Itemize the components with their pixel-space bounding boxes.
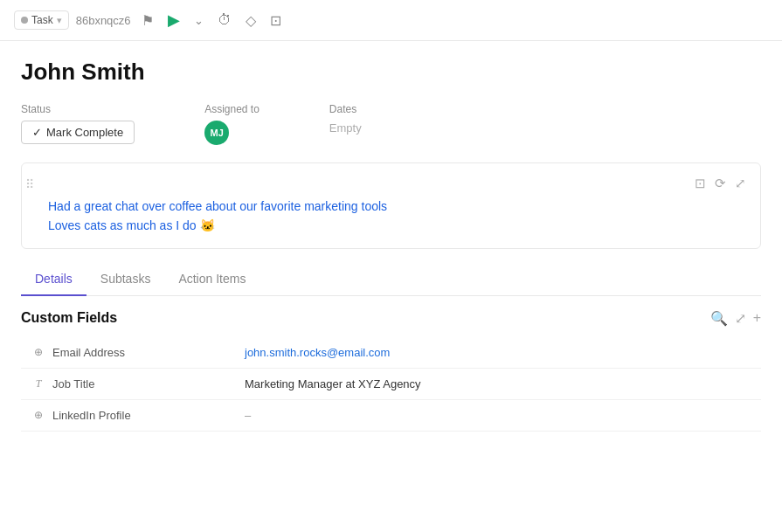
job-title-field-icon: T [31, 377, 45, 390]
note-area: ⊡ ⟳ ⤢ ⠿ Had a great chat over coffee abo… [21, 162, 761, 249]
tab-details[interactable]: Details [21, 263, 87, 296]
note-content: Had a great chat over coffee about our f… [36, 197, 746, 236]
assigned-to-label: Assigned to [204, 103, 260, 115]
status-label: Status [21, 103, 135, 115]
search-icon[interactable]: 🔍 [710, 310, 728, 327]
section-header: Custom Fields 🔍 ⤢ + [21, 310, 761, 327]
dates-value: Empty [329, 121, 362, 135]
mark-complete-label: Mark Complete [46, 126, 123, 139]
expand-fields-icon[interactable]: ⤢ [735, 310, 746, 327]
avatar-initials: MJ [211, 128, 224, 138]
field-name-cell: T Job Title [31, 377, 224, 390]
email-field-name: Email Address [52, 346, 125, 359]
add-field-icon[interactable]: + [753, 310, 761, 327]
table-row: ⊕ Email Address john.smith.rocks@email.c… [21, 337, 761, 369]
expand-icon[interactable]: ⤢ [735, 176, 746, 191]
chevron-down-icon: ▾ [57, 15, 62, 26]
status-field: Status ✓ Mark Complete [21, 103, 135, 145]
note-line1: Had a great chat over coffee about our f… [48, 199, 387, 213]
play-icon: ▶ [168, 10, 180, 30]
print-icon[interactable]: ⊡ [695, 176, 706, 191]
tab-action-items[interactable]: Action Items [164, 263, 260, 296]
image-button[interactable]: ⊡ [266, 10, 285, 31]
custom-fields-title: Custom Fields [21, 310, 117, 326]
history-icon[interactable]: ⟳ [715, 176, 726, 191]
linkedin-field-value: – [245, 409, 251, 422]
field-name-cell: ⊕ Email Address [31, 346, 224, 359]
flag-icon: ⚑ [142, 12, 154, 29]
timer-icon: ⏱ [218, 12, 232, 28]
assigned-to-field: Assigned to MJ [204, 103, 260, 145]
dates-field: Dates Empty [329, 103, 362, 145]
dates-label: Dates [329, 103, 362, 115]
page-title: John Smith [21, 59, 761, 86]
tag-icon: ◇ [246, 12, 256, 29]
play-button[interactable]: ▶ [164, 9, 183, 31]
note-toolbar: ⊡ ⟳ ⤢ [36, 176, 746, 191]
task-type-label: Task [31, 14, 53, 26]
section-actions: 🔍 ⤢ + [710, 310, 761, 327]
table-row: ⊕ LinkedIn Profile – [21, 399, 761, 431]
note-line2-prefix: Loves cats as much as I do [48, 218, 197, 232]
note-cat-emoji: 🐱 [200, 218, 215, 232]
timer-button[interactable]: ⏱ [214, 10, 235, 30]
checkmark-icon: ✓ [32, 126, 42, 139]
job-title-field-name: Job Title [52, 377, 94, 390]
fields-table: ⊕ Email Address john.smith.rocks@email.c… [21, 337, 761, 432]
avatar[interactable]: MJ [204, 121, 229, 145]
field-name-cell: ⊕ LinkedIn Profile [31, 409, 224, 422]
task-type-badge[interactable]: Task ▾ [14, 10, 69, 30]
main-content: John Smith Status ✓ Mark Complete Assign… [0, 41, 782, 446]
chevron-icon: ⌄ [194, 14, 204, 27]
custom-fields-section: Custom Fields 🔍 ⤢ + ⊕ Email Address [21, 296, 761, 446]
task-dot-icon [21, 17, 28, 24]
email-field-value[interactable]: john.smith.rocks@email.com [245, 346, 390, 359]
drag-handle-icon: ⠿ [25, 177, 34, 191]
tab-subtasks[interactable]: Subtasks [87, 263, 165, 296]
job-title-field-value: Marketing Manager at XYZ Agency [245, 377, 421, 390]
meta-row: Status ✓ Mark Complete Assigned to MJ Da… [21, 103, 761, 145]
mark-complete-button[interactable]: ✓ Mark Complete [21, 121, 135, 144]
image-icon: ⊡ [270, 12, 281, 29]
flag-button[interactable]: ⚑ [138, 10, 157, 31]
tabs: Details Subtasks Action Items [21, 263, 761, 296]
task-id-label: 86bxnqcz6 [76, 14, 131, 27]
email-field-icon: ⊕ [31, 346, 45, 358]
top-bar: Task ▾ 86bxnqcz6 ⚑ ▶ ⌄ ⏱ ◇ ⊡ [0, 0, 782, 41]
chevron-button[interactable]: ⌄ [190, 12, 207, 29]
tag-button[interactable]: ◇ [242, 10, 260, 31]
linkedin-field-icon: ⊕ [31, 409, 45, 421]
linkedin-field-name: LinkedIn Profile [52, 409, 131, 422]
table-row: T Job Title Marketing Manager at XYZ Age… [21, 368, 761, 399]
